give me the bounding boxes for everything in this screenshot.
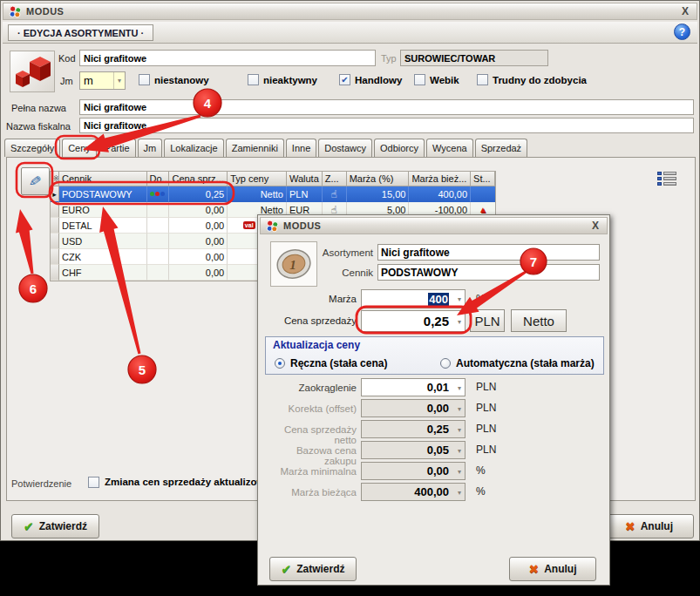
tab-zamienniki[interactable]: Zamienniki [226,139,284,157]
radio-reczna[interactable] [275,358,285,369]
cell-cennik[interactable]: CZK [59,249,147,265]
jm-select[interactable]: m ▾ [79,71,126,90]
col-typ-ceny[interactable]: Typ ceny [228,172,287,186]
cell-do[interactable] [147,265,170,281]
main-zatwierdz-button[interactable]: ✔ Zatwierdź [11,514,99,538]
col-marza-biez[interactable]: Marża bież... [409,172,471,186]
check-icon: ✔ [281,562,291,576]
grid-row-podstawowy[interactable]: ▸ PODSTAWOWY 0,25 Netto PLN ☝ 15,00 400,… [51,186,495,202]
cell-cennik[interactable]: CHF [59,265,147,281]
cena-netto-label: Cena sprzedaży netto [265,424,357,445]
kod-input[interactable]: Nici grafitowe [79,50,376,66]
tab-sprzedaz[interactable]: Sprzedaż [475,139,527,157]
cell-typ[interactable]: Netto [228,186,287,202]
cross-icon: ✖ [625,519,635,533]
nazwa-fiskalna-input[interactable]: Nici grafitowe [79,118,694,133]
col-z[interactable]: Z... [323,172,347,186]
column-chooser-icon[interactable] [657,172,676,189]
dialog-titlebar[interactable]: MODUS X [260,217,608,234]
header-bar: · EDYCJA ASORTYMENTU · ? [3,22,697,44]
pricelist-links-icon [150,192,165,196]
checkbox-trudny[interactable] [477,74,488,85]
cell-cena[interactable]: 0,00 [169,202,228,218]
pelna-nazwa-input[interactable]: Nici grafitowe [79,99,694,115]
checkbox-handlowy-label: Handlowy [355,75,402,85]
cell-marza[interactable]: 15,00 [347,186,410,202]
chevron-down-icon[interactable]: ▾ [458,383,461,391]
checkbox-nieaktywny[interactable] [248,74,259,85]
pln-button[interactable]: PLN [470,309,505,332]
tab-odbiorcy[interactable]: Odbiorcy [374,139,425,157]
cell-do[interactable] [147,218,170,234]
tab-ceny[interactable]: Ceny [62,139,97,157]
cell-cena[interactable]: 0,25 [169,186,228,202]
cell-do[interactable] [147,202,170,218]
tab-lokalizacje[interactable]: Lokalizacje [164,139,223,157]
cell-do[interactable] [147,234,170,249]
cell-cena[interactable]: 0,00 [169,265,228,281]
radio-automatyczna[interactable] [440,358,451,369]
cell-do[interactable] [147,249,170,265]
main-window-title: MODUS [26,6,64,17]
main-anuluj-button[interactable]: ✖ Anuluj [604,514,694,538]
dialog-zatwierdz-button[interactable]: ✔ Zatwierdź [269,557,357,581]
marza-input[interactable]: 400 ▾ [361,289,466,308]
cell-cena[interactable]: 0,00 [169,234,228,249]
col-waluta[interactable]: Waluta [287,172,323,186]
svg-text:1: 1 [289,258,296,272]
tab-partie[interactable]: Partie [99,139,136,157]
confirm-text: Zmiana cen sprzedaży aktualizow [105,477,264,487]
row-indicator [51,234,59,249]
checkbox-webik[interactable] [414,74,425,85]
row-indicator [51,249,59,265]
checkbox-handlowy[interactable]: ✔ [339,74,350,85]
help-icon[interactable]: ? [674,24,690,40]
tab-dostawcy[interactable]: Dostawcy [318,139,372,157]
edit-price-button[interactable]: ✎ [21,167,50,195]
bazowa-cena-input: 0,05 ▾ [361,441,466,459]
marza-unit: % [476,293,486,305]
col-cennik[interactable]: Cennik [59,172,147,186]
cell-cennik[interactable]: DETAL [59,218,147,234]
cell-cena[interactable]: 0,00 [169,218,228,234]
cell-cennik[interactable]: PODSTAWOWY [59,186,147,202]
zaokraglenie-input[interactable]: 0,01 ▾ [361,378,466,396]
cell-do[interactable] [147,186,170,202]
cell-cena[interactable]: 0,00 [169,249,228,265]
tab-inne[interactable]: Inne [286,139,316,157]
main-close-button[interactable]: X [679,5,691,17]
alert-flame-icon: ▲ [479,205,487,214]
cell-marza-biez[interactable]: 400,00 [409,186,471,202]
tab-jm[interactable]: Jm [138,139,163,157]
chevron-down-icon[interactable]: ▾ [458,317,461,325]
col-marza[interactable]: Marża (%) [347,172,410,186]
col-cena-sprz[interactable]: Cena sprz... [169,172,228,186]
cena-sprzedazy-input[interactable]: 0,25 ▾ [361,310,466,332]
cell-st[interactable] [471,186,495,202]
product-icon-box [10,51,55,92]
cell-z[interactable]: ☝ [323,186,347,202]
zaokraglenie-label: Zaokrąglenie [265,383,357,393]
chevron-down-icon[interactable]: ▾ [113,72,121,89]
page-title: · EDYCJA ASORTYMENTU · [8,24,153,41]
chevron-down-icon[interactable]: ▾ [458,295,461,303]
confirm-checkbox[interactable] [88,477,99,488]
value: 400,00 [414,485,449,498]
aktualizacja-title: Aktualizacja ceny [273,339,360,351]
tab-wycena[interactable]: Wycena [426,139,473,157]
marza-value: 400 [428,293,449,306]
price-dialog: MODUS X 1 Asortyment Nici grafitowe Cenn… [257,214,610,586]
col-do[interactable]: Do... [147,172,170,186]
cell-cennik[interactable]: EURO [59,202,147,218]
tab-szczegoly[interactable]: Szczegóły [4,139,60,157]
checkbox-niestanowy[interactable] [139,74,150,85]
cena-value: 0,25 [424,314,449,328]
dialog-close-button[interactable]: X [589,220,601,232]
main-titlebar[interactable]: MODUS X [3,3,697,20]
col-st[interactable]: St... [471,172,495,186]
cell-cennik[interactable]: USD [59,234,147,249]
cell-waluta[interactable]: PLN [287,186,323,202]
dialog-anuluj-button[interactable]: ✖ Anuluj [509,557,596,581]
anuluj-label: Anuluj [641,520,673,532]
netto-button[interactable]: Netto [511,309,567,332]
